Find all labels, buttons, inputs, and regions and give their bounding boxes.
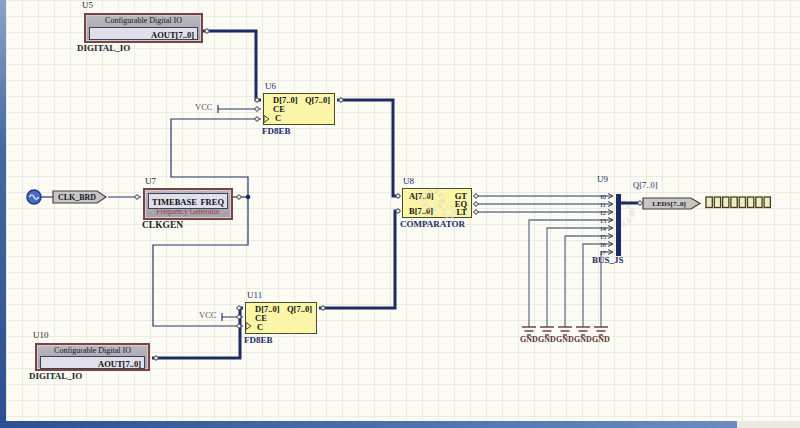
u7-timebase-pin-label: TIMEBASE bbox=[152, 197, 197, 207]
gnd-label: GND bbox=[573, 336, 593, 344]
u10-aout-pin-label: AOUT[7..0] bbox=[98, 359, 141, 369]
schematic-window: U5 Configurable Digital IO AOUT[7..0] DI… bbox=[0, 0, 800, 428]
u10-ref: U10 bbox=[33, 331, 49, 340]
u11-c-pin-label: C bbox=[257, 323, 263, 332]
u11-vcc-label: VCC bbox=[199, 311, 216, 320]
gnd-label: GND bbox=[591, 336, 611, 344]
u7-subtitle: Frequency Generator bbox=[145, 207, 231, 216]
u7-ref: U7 bbox=[145, 177, 156, 186]
u11-ref: U11 bbox=[247, 291, 262, 300]
u9-part-name: BUS_JS bbox=[592, 256, 624, 265]
u10-port-field: AOUT[7..0] bbox=[40, 356, 145, 369]
u6-part-name: FD8EB bbox=[262, 127, 291, 136]
u5-aout-pin-label: AOUT[7..0] bbox=[151, 30, 194, 40]
u6-q-pin-label: Q[7..0] bbox=[305, 96, 330, 105]
u10-part-name: DIGITAL_IO bbox=[29, 372, 82, 381]
u6-fd8eb-block[interactable]: D[7..0] CE C Q[7..0] bbox=[263, 93, 335, 125]
u6-vcc-label: VCC bbox=[195, 103, 212, 112]
u6-ref: U6 bbox=[265, 82, 276, 91]
u5-part-name: DIGITAL_IO bbox=[77, 44, 130, 53]
gnd-label: GND bbox=[555, 336, 575, 344]
gnd-label: GND bbox=[537, 336, 557, 344]
u10-digital-io-block[interactable]: Configurable Digital IO AOUT[7..0] bbox=[35, 343, 150, 371]
u8-ref: U8 bbox=[403, 177, 414, 186]
u8-lt-pin-label: LT bbox=[456, 208, 467, 217]
u10-title: Configurable Digital IO bbox=[37, 346, 148, 355]
u11-q-pin-label: Q[7..0] bbox=[287, 305, 312, 314]
u5-port-field: AOUT[7..0] bbox=[89, 27, 198, 40]
u9-q-output-label: Q[7..0] bbox=[633, 181, 658, 190]
u7-clkgen-block[interactable]: TIMEBASE FREQ Frequency Generator bbox=[143, 188, 233, 220]
u6-c-pin-label: C bbox=[275, 114, 281, 123]
u9-ref: U9 bbox=[597, 175, 608, 184]
u11-part-name: FD8EB bbox=[244, 336, 273, 345]
u5-digital-io-block[interactable]: Configurable Digital IO AOUT[7..0] bbox=[84, 13, 203, 43]
pane-edge-bottom bbox=[0, 421, 737, 428]
u7-part-name: CLKGEN bbox=[142, 221, 183, 231]
gnd-label: GND bbox=[519, 336, 539, 344]
u8-a-pin-label: A[7..0] bbox=[409, 192, 434, 201]
u11-fd8eb-block[interactable]: D[7..0] CE C Q[7..0] bbox=[245, 302, 317, 334]
u7-freq-pin-label: FREQ bbox=[200, 197, 224, 207]
u5-ref: U5 bbox=[82, 1, 93, 10]
pane-corner bbox=[737, 421, 800, 428]
pane-edge-left bbox=[0, 0, 6, 428]
u8-b-pin-label: B[7..0] bbox=[409, 207, 433, 216]
u8-part-name: COMPARATOR bbox=[400, 220, 465, 229]
u5-title: Configurable Digital IO bbox=[86, 16, 201, 25]
u8-comparator-block[interactable]: A[7..0] B[7..0] GT EQ LT bbox=[402, 188, 472, 218]
